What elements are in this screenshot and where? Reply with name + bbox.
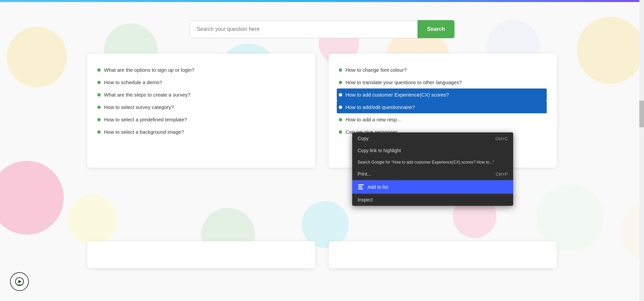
context-menu: CopyCtrl+CCopy link to highlightSearch G… [352, 132, 513, 206]
bullet-icon [97, 130, 101, 134]
bullet-icon [339, 68, 342, 72]
faq-item-text: How to select a background image? [104, 129, 184, 135]
svg-rect-1 [358, 186, 362, 187]
menu-item-label: Inspect [358, 197, 373, 202]
list-item[interactable]: How to add a new resp… [339, 113, 547, 126]
bullet-icon [339, 130, 342, 134]
svg-rect-2 [358, 188, 363, 189]
scrollbar-thumb[interactable] [639, 101, 644, 127]
faq-card-left: What are the options to sign up or login… [87, 54, 315, 168]
list-item[interactable]: What are the steps to create a survey? [97, 88, 305, 101]
context-menu-item[interactable]: CopyCtrl+C [352, 132, 513, 144]
faq-item-text: How to translate your questions to other… [345, 79, 462, 85]
faq-item-text: What are the steps to create a survey? [104, 92, 191, 98]
bullet-icon [339, 81, 342, 84]
watermark-icon [10, 272, 29, 291]
faq-cards-area: What are the options to sign up or login… [0, 54, 644, 168]
faq-item-text: How to add customer Experience(CX) score… [345, 92, 449, 98]
list-item[interactable]: How to select a background image? [97, 126, 305, 138]
faq-item-text: What are the options to sign up or login… [104, 67, 194, 73]
menu-item-label: Search Google for "How to add customer E… [358, 160, 494, 165]
context-menu-item[interactable]: Copy link to highlight [352, 144, 513, 157]
list-item[interactable]: How to select a predefined template? [97, 113, 305, 126]
menu-item-label: Copy [358, 136, 369, 141]
list-item[interactable]: How to select survey category? [97, 101, 305, 113]
top-progress-bar [0, 0, 644, 2]
keyboard-shortcut: Ctrl+C [495, 136, 508, 141]
keyboard-shortcut: Ctrl+P [496, 172, 508, 177]
bullet-icon [97, 81, 101, 84]
faq-item-text: How to select survey category? [104, 104, 174, 110]
list-item[interactable]: How to change font colour? [339, 64, 547, 76]
faq-item-text: How to add a new resp… [345, 117, 402, 122]
bullet-icon [97, 106, 101, 109]
context-menu-item[interactable]: Add to list [352, 180, 513, 194]
bullet-icon [339, 93, 342, 97]
scrollbar[interactable] [639, 0, 644, 301]
faq-item-text: How to change font colour? [345, 67, 407, 73]
faq-item-text: How to schedule a demo? [104, 79, 162, 85]
bullet-icon [339, 106, 342, 109]
list-item[interactable]: How to schedule a demo? [97, 76, 305, 88]
list-item[interactable]: What are the options to sign up or login… [97, 64, 305, 76]
list-item[interactable]: How to add customer Experience(CX) score… [337, 88, 547, 101]
faq-item-text: How to add/edit questionnaire? [345, 104, 415, 110]
list-item[interactable]: How to add/edit questionnaire? [337, 101, 547, 113]
menu-item-label: Add to list [368, 184, 388, 190]
bottom-cards-area [0, 241, 644, 268]
menu-item-label: Copy link to highlight [358, 148, 401, 153]
bullet-icon [339, 118, 342, 121]
play-check-icon [15, 277, 24, 286]
search-input[interactable] [190, 20, 418, 38]
bullet-icon [97, 118, 101, 121]
faq-list-right: How to change font colour?How to transla… [339, 64, 547, 138]
list-item[interactable]: How to translate your questions to other… [339, 76, 547, 88]
bullet-icon [97, 68, 101, 72]
faq-card-bottom-left [87, 241, 315, 268]
search-button[interactable]: Search [418, 20, 454, 38]
svg-point-5 [19, 284, 20, 285]
search-wrapper: Search [190, 20, 454, 38]
watermark-circle [10, 272, 29, 291]
svg-rect-0 [358, 184, 364, 185]
bullet-icon [97, 93, 101, 97]
faq-list-left: What are the options to sign up or login… [97, 64, 305, 138]
faq-card-bottom-right [329, 241, 557, 268]
context-menu-item[interactable]: Print...Ctrl+P [352, 168, 513, 180]
list-icon [358, 184, 364, 190]
svg-marker-4 [18, 280, 21, 283]
context-menu-item[interactable]: Inspect [352, 194, 513, 206]
menu-item-label: Print... [358, 171, 371, 177]
search-section: Search [0, 20, 644, 38]
context-menu-item[interactable]: Search Google for "How to add customer E… [352, 157, 513, 168]
faq-item-text: How to select a predefined template? [104, 117, 187, 122]
